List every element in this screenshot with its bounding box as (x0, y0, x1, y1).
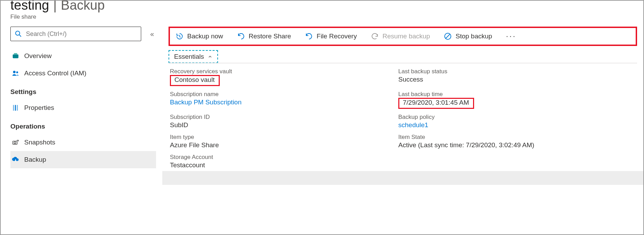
field-value: Azure File Share (170, 141, 384, 149)
sidebar-section-operations: Operations (10, 116, 156, 134)
svg-rect-8 (17, 105, 18, 111)
button-label: Stop backup (455, 32, 492, 40)
svg-line-1 (19, 35, 21, 37)
field-subscription-name: Subscription name Backup PM Subscription (170, 91, 384, 109)
properties-icon (11, 104, 20, 112)
refresh-icon (371, 32, 379, 40)
essentials-panel: Recovery services vault Contoso vault La… (169, 63, 637, 169)
svg-rect-2 (13, 54, 19, 58)
backup-policy-link[interactable]: schedule1 (398, 121, 637, 129)
field-value: Active (Last sync time: 7/29/2020, 3:02:… (398, 141, 637, 149)
field-storage-account: Storage Account Testaccount (170, 154, 384, 169)
field-label: Recovery services vault (170, 68, 384, 75)
sidebar-item-label: Snapshots (24, 139, 55, 146)
svg-rect-7 (15, 105, 16, 111)
svg-line-12 (180, 37, 181, 37)
field-subscription-id: Subscription ID SubID (170, 114, 384, 129)
svg-line-14 (446, 34, 450, 38)
sidebar-item-access-control[interactable]: Access Control (IAM) (10, 65, 156, 82)
sidebar-item-snapshots[interactable]: Snapshots (10, 134, 156, 151)
more-actions-button[interactable]: ··· (504, 32, 518, 41)
button-label: File Recovery (317, 32, 357, 40)
file-recovery-button[interactable]: File Recovery (303, 31, 359, 42)
highlight-annotation: Contoso vault (170, 75, 220, 86)
sidebar-item-label: Properties (24, 104, 54, 112)
collapse-sidebar-button[interactable]: « (148, 28, 156, 40)
field-value: Contoso vault (170, 76, 384, 86)
sidebar-item-backup[interactable]: Backup (10, 151, 156, 168)
title-suffix: Backup (61, 0, 105, 13)
field-label: Storage Account (170, 154, 384, 161)
field-last-backup-status: Last backup status Success (398, 68, 637, 86)
resume-backup-button: Resume backup (369, 31, 432, 42)
essentials-toggle[interactable]: Essentials (169, 50, 218, 63)
page-subtitle: File share (10, 13, 643, 20)
restore-share-button[interactable]: Restore Share (235, 31, 293, 42)
field-label: Last backup time (398, 91, 637, 98)
field-item-state: Item State Active (Last sync time: 7/29/… (398, 134, 637, 149)
subscription-link[interactable]: Backup PM Subscription (170, 98, 384, 106)
backup-icon (11, 156, 20, 163)
sidebar-item-overview[interactable]: Overview (10, 47, 156, 65)
button-label: Restore Share (249, 32, 291, 40)
essentials-label: Essentials (174, 53, 204, 60)
field-value: SubID (170, 121, 384, 129)
sidebar-item-label: Overview (24, 52, 52, 60)
overview-icon (11, 52, 20, 60)
field-value: 7/29/2020, 3:01:45 AM (398, 98, 637, 109)
field-recovery-vault: Recovery services vault Contoso vault (170, 68, 384, 86)
sidebar-item-properties[interactable]: Properties (10, 99, 156, 116)
highlight-annotation: 7/29/2020, 3:01:45 AM (398, 98, 474, 109)
toolbar-highlight-annotation: Backup now Restore Share File Recovery R… (169, 27, 637, 46)
field-label: Subscription ID (170, 114, 384, 121)
button-label: Backup now (187, 32, 223, 40)
field-label: Last backup status (398, 68, 637, 75)
field-label: Backup policy (398, 114, 637, 121)
title-separator: | (53, 0, 57, 13)
page-title: testing | Backup (10, 0, 643, 13)
button-label: Resume backup (382, 32, 430, 40)
field-value: Success (398, 76, 637, 83)
main-content: Backup now Restore Share File Recovery R… (162, 24, 643, 234)
field-last-backup-time: Last backup time 7/29/2020, 3:01:45 AM (398, 91, 637, 109)
field-backup-policy: Backup policy schedule1 (398, 114, 637, 129)
undo-icon (237, 32, 245, 40)
sidebar: « Overview Access Control (IAM) Settings (1, 24, 162, 234)
field-value: Testaccount (170, 161, 384, 169)
page-header: testing | Backup File share (1, 1, 643, 24)
svg-point-5 (16, 72, 18, 74)
backup-now-button[interactable]: Backup now (173, 31, 225, 42)
title-prefix: testing (10, 0, 49, 13)
svg-rect-6 (13, 105, 14, 111)
footer-strip (162, 171, 643, 185)
field-item-type: Item type Azure File Share (170, 134, 384, 149)
sidebar-section-settings: Settings (10, 82, 156, 99)
chevron-up-icon (208, 54, 212, 59)
backup-now-icon (175, 32, 184, 40)
svg-rect-3 (14, 53, 17, 55)
field-label: Item type (170, 134, 384, 141)
snapshots-icon (11, 139, 20, 146)
field-empty (398, 154, 637, 169)
search-icon (14, 30, 22, 38)
stop-backup-button[interactable]: Stop backup (442, 31, 494, 42)
sidebar-item-label: Access Control (IAM) (24, 69, 86, 77)
svg-point-10 (14, 142, 16, 144)
prohibit-icon (444, 32, 452, 40)
undo-icon (305, 32, 313, 40)
sidebar-item-label: Backup (24, 156, 46, 163)
svg-point-4 (13, 71, 16, 73)
field-label: Subscription name (170, 91, 384, 98)
svg-point-0 (16, 31, 20, 35)
search-box[interactable] (10, 27, 141, 41)
field-label: Item State (398, 134, 637, 141)
people-icon (11, 69, 20, 77)
search-input[interactable] (26, 30, 137, 38)
